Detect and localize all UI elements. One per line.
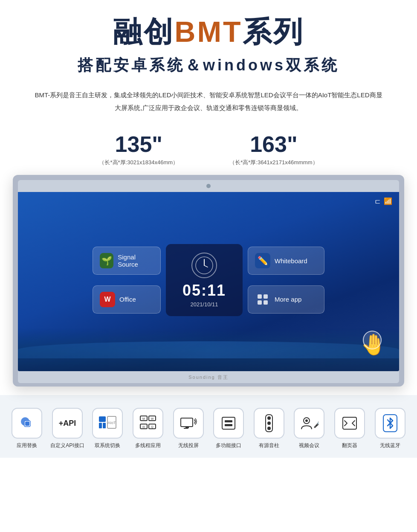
multithread-icon: M W ⊟ Q — [139, 415, 156, 432]
subtitle: 搭配安卓系统＆windows双系统 — [9, 55, 408, 76]
svg-point-30 — [305, 419, 308, 422]
clock-date-display: 2021/10/11 — [178, 301, 231, 308]
title-prefix: 融创 — [113, 15, 174, 48]
features-section: 应用替换 +API 自定义API接口 AIoT 双系统切换 — [0, 395, 417, 458]
multiport-icon — [220, 415, 237, 432]
page-flip-icon-box — [334, 408, 365, 439]
svg-text:W: W — [151, 417, 154, 420]
app-office-label: Office — [119, 296, 136, 303]
feature-wireless-label: 无线投屏 — [178, 442, 199, 449]
speaker-icon — [262, 414, 276, 433]
specs-section: 135" （长*高*厚:3021x1834x46mm） 163" （长*高*厚:… — [0, 123, 417, 171]
signal-source-icon: 🌱 — [100, 253, 113, 268]
page-flip-icon — [341, 415, 358, 432]
svg-rect-22 — [222, 417, 235, 429]
app-whiteboard-label: Whiteboard — [275, 257, 307, 265]
svg-text:M: M — [142, 417, 145, 420]
svg-text:Q: Q — [151, 425, 153, 429]
more-app-icon — [255, 292, 270, 307]
spec-135: 135" （长*高*厚:3021x1834x46mm） — [99, 131, 178, 166]
bluetooth-icon-box — [375, 408, 405, 439]
svg-line-2 — [204, 265, 208, 267]
svg-point-28 — [267, 427, 271, 430]
screen-status-icons: ⊏ 📶 — [375, 197, 392, 205]
spec-163-size: 163" — [229, 131, 318, 157]
spec-135-size: 135" — [99, 131, 178, 157]
screen-camera — [206, 184, 211, 188]
feature-speaker: 有源音柱 — [251, 408, 288, 449]
feature-multiport-label: 多功能接口 — [216, 442, 241, 449]
spec-163-dims: （长*高*厚:3641x2171x46mmmm） — [229, 159, 318, 166]
screen-outer-frame: ⊏ 📶 🌱 Signal Source — [13, 175, 404, 387]
app-more-label: More app — [275, 296, 301, 303]
screen-brand-logo: Sounding 音王 — [188, 374, 229, 381]
clock-svg — [195, 256, 214, 275]
features-row: 应用替换 +API 自定义API接口 AIoT 双系统切换 — [9, 408, 408, 449]
svg-text:⊟: ⊟ — [142, 425, 145, 428]
dual-system-icon: AIoT — [98, 415, 117, 432]
feature-video-conf-label: 视频会议 — [299, 442, 319, 449]
dual-system-icon-box: AIoT — [92, 408, 123, 439]
feature-multithread: M W ⊟ Q 多线程应用 — [130, 408, 167, 449]
feature-api-label: 自定义API接口 — [50, 442, 84, 449]
screen-section: ⊏ 📶 🌱 Signal Source — [0, 171, 417, 395]
feature-app-replace-label: 应用替换 — [17, 442, 37, 449]
feature-bluetooth-label: 无线蓝牙 — [380, 442, 400, 449]
svg-rect-6 — [99, 416, 106, 422]
home-screen-apps: 🌱 Signal Source 05:11 2021/10/11 — [93, 244, 324, 316]
screen-top-bar — [18, 180, 399, 192]
clock-time-display: 05:11 — [178, 282, 231, 299]
title-highlight: BMT — [174, 15, 242, 48]
spec-135-dims: （长*高*厚:3021x1834x46mm） — [99, 159, 178, 166]
feature-video-conf: 🎤 视频会议 — [291, 408, 328, 449]
app-more[interactable]: More app — [248, 285, 324, 314]
svg-rect-23 — [225, 420, 232, 422]
feature-multithread-label: 多线程应用 — [135, 442, 161, 449]
api-text-icon: +API — [59, 419, 76, 428]
wireless-screen-icon — [179, 415, 198, 432]
svg-text:AIoT: AIoT — [108, 421, 116, 425]
svg-rect-7 — [99, 423, 102, 428]
svg-rect-8 — [103, 423, 106, 428]
svg-text:🎤: 🎤 — [313, 420, 319, 428]
feature-dual-label: 双系统切换 — [95, 442, 120, 449]
svg-point-26 — [267, 416, 271, 420]
svg-point-27 — [267, 422, 271, 425]
page-header: 融创BMT系列 搭配安卓系统＆windows双系统 — [0, 0, 417, 80]
feature-dual-system: AIoT 双系统切换 — [89, 408, 126, 449]
speaker-icon-box — [254, 408, 284, 439]
feature-wireless-screen: 无线投屏 — [170, 408, 207, 449]
api-icon-box: +API — [52, 408, 83, 439]
app-office[interactable]: W Office — [93, 285, 161, 314]
title-suffix: 系列 — [243, 15, 304, 48]
spec-163: 163" （长*高*厚:3641x2171x46mmmm） — [229, 131, 318, 166]
svg-rect-24 — [225, 424, 232, 426]
screen-wifi-icon: 📶 — [384, 197, 392, 205]
screen-landscape-bg — [18, 329, 399, 371]
feature-page-flip: 翻页器 — [331, 408, 368, 449]
bluetooth-icon — [382, 414, 399, 433]
clock-widget: 05:11 2021/10/11 — [166, 244, 243, 316]
svg-rect-19 — [181, 418, 193, 427]
screen-cast-icon: ⊏ — [375, 197, 380, 205]
feature-app-replace: 应用替换 — [9, 408, 46, 449]
feature-api: +API 自定义API接口 — [49, 408, 86, 449]
app-whiteboard[interactable]: ✏️ Whiteboard — [248, 247, 324, 275]
screen-display: ⊏ 📶 🌱 Signal Source — [18, 192, 399, 371]
wireless-screen-icon-box — [173, 408, 204, 439]
feature-speaker-label: 有源音柱 — [259, 442, 279, 449]
multiport-icon-box — [213, 408, 244, 439]
feature-page-flip-label: 翻页器 — [342, 442, 357, 449]
touch-icon-area: 🤚 — [361, 333, 391, 363]
whiteboard-icon: ✏️ — [255, 253, 270, 268]
svg-rect-32 — [343, 417, 356, 429]
main-title: 融创BMT系列 — [9, 13, 408, 52]
description-text: BMT-系列是音王自主研发，集成全球领先的LED小间距技术、智能安卓系统智慧LE… — [0, 80, 417, 123]
multithread-icon-box: M W ⊟ Q — [133, 408, 163, 439]
feature-bluetooth: 无线蓝牙 — [371, 408, 408, 449]
clock-face — [191, 253, 217, 278]
app-signal-source[interactable]: 🌱 Signal Source — [93, 247, 161, 275]
video-conf-icon-box: 🎤 — [294, 408, 324, 439]
office-icon: W — [100, 292, 115, 307]
feature-multiport: 多功能接口 — [210, 408, 247, 449]
